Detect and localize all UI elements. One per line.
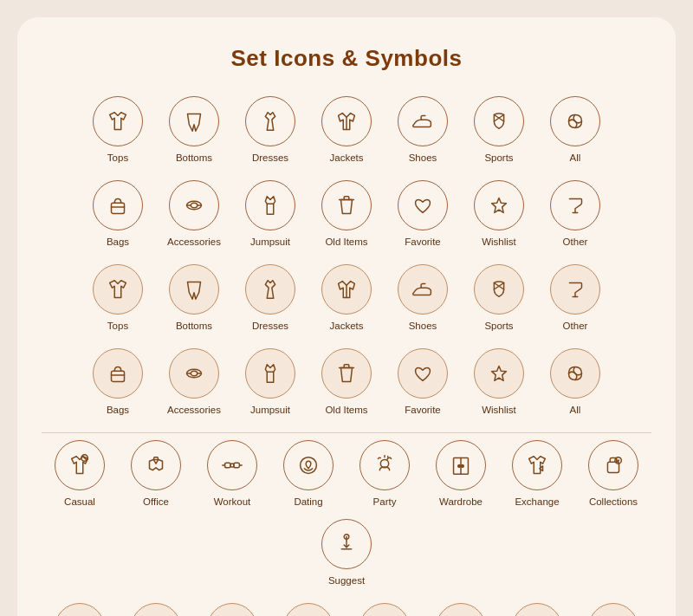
icon-label: Jumpsuit [250,404,290,417]
icon-accessories [169,348,219,399]
icon-label: Jackets [330,320,364,333]
icon-tops [93,264,143,314]
list-item[interactable]: Jackets [314,96,379,165]
svg-rect-3 [112,203,125,213]
list-item[interactable]: Sports [466,96,532,165]
list-item[interactable]: Bags [85,180,151,249]
list-item[interactable]: ♥Collections [580,440,646,509]
icon-bottoms [169,264,219,314]
icon-shoes [398,264,448,314]
list-item[interactable]: Shoes [390,96,456,165]
icon-label: Wardrobe [439,496,483,509]
icon-label: All [570,152,581,165]
icon-olditems [321,348,372,399]
icon-label: Exchange [515,496,559,509]
icon-casual [55,603,105,616]
list-item[interactable]: Jumpsuit [237,180,303,249]
icon-wardrobe [436,440,486,490]
icon-label: Suggest [328,574,365,587]
icon-sports [474,96,524,146]
svg-point-19 [191,371,198,376]
list-item[interactable]: Dresses [237,264,303,333]
list-item[interactable]: Jumpsuit [237,348,303,417]
list-item[interactable]: Wishlist [466,348,532,417]
list-item[interactable]: Casual [47,440,113,509]
icon-collections: ♥ [588,440,638,490]
icon-workout [207,440,257,490]
svg-text:♥: ♥ [617,457,620,464]
icon-accessories [169,180,219,230]
icon-wardrobe [436,603,486,616]
main-card: Set Icons & Symbols TopsBottomsDressesJa… [17,17,676,616]
list-item[interactable]: All [542,96,608,165]
icon-exchange [512,603,562,616]
icon-olditems [321,180,372,230]
list-item[interactable]: Dresses [237,96,303,165]
list-item[interactable]: Tops [85,96,151,165]
list-item[interactable]: Bottoms [161,264,227,333]
list-item[interactable]: Party [352,603,418,616]
icon-label: Dresses [252,152,288,165]
icon-collections: ♥ [588,603,638,616]
icon-jackets [321,96,372,146]
list-item[interactable]: Party [352,440,418,509]
icon-party [359,440,410,490]
icon-label: Tops [107,320,128,333]
list-item[interactable]: Accessories [161,180,227,249]
list-item[interactable]: Shoes [390,264,456,333]
list-item[interactable]: Office [123,603,189,616]
icon-label: Casual [64,496,95,509]
list-item[interactable]: Sports [466,264,532,333]
icon-suggest [321,519,372,569]
icon-casual [55,440,105,490]
list-item[interactable]: Favorite [390,180,456,249]
icon-tops [93,96,143,146]
icon-label: Other [563,236,588,249]
icon-jumpsuit [245,180,295,230]
list-item[interactable]: Old Items [314,180,379,249]
icon-dresses [245,264,295,314]
list-item[interactable]: Workout [199,603,265,616]
icon-party [359,603,410,616]
list-item[interactable]: Bottoms [161,96,227,165]
list-item[interactable]: Bags [85,348,151,417]
list-item[interactable]: All [542,348,608,417]
icon-bags [93,180,143,230]
list-item[interactable]: Favorite [390,348,456,417]
icon-label: Shoes [409,320,437,333]
icon-label: Workout [214,496,251,509]
icon-row-0: TopsBottomsDressesJacketsShoesSportsAll [42,96,651,165]
icon-label: Accessories [167,236,221,249]
icon-favorite [398,348,448,399]
list-item[interactable]: Dating [275,603,341,616]
icon-label: Dresses [252,320,288,333]
list-item[interactable]: Other [542,264,608,333]
list-item[interactable]: Dating [275,440,341,509]
icon-jackets [321,264,372,314]
list-item[interactable]: Old Items [314,348,379,417]
list-item[interactable]: Workout [199,440,265,509]
list-item[interactable]: Exchange [504,440,570,509]
icon-wishlist [474,180,524,230]
list-item[interactable]: ♥Collections [580,603,646,616]
svg-point-34 [458,464,461,467]
list-item[interactable]: Suggest [314,519,379,587]
list-item[interactable]: Casual [47,603,113,616]
icon-row-5: CasualOfficeWorkoutDatingPartyWardrobeEx… [42,603,651,616]
icon-all [550,348,600,399]
list-item[interactable]: Wardrobe [428,603,494,616]
icon-label: Jackets [330,152,364,165]
icon-label: Office [143,496,169,509]
list-item[interactable]: Exchange [504,603,570,616]
icon-bags [93,348,143,399]
list-item[interactable]: Wishlist [466,180,532,249]
list-item[interactable]: Other [542,180,608,249]
icon-jumpsuit [245,348,295,399]
list-item[interactable]: Wardrobe [428,440,494,509]
list-item[interactable]: Accessories [161,348,227,417]
icon-label: Shoes [409,152,437,165]
list-item[interactable]: Tops [85,264,151,333]
icon-label: Party [373,496,397,509]
list-item[interactable]: Office [123,440,189,509]
list-item[interactable]: Jackets [314,264,379,333]
